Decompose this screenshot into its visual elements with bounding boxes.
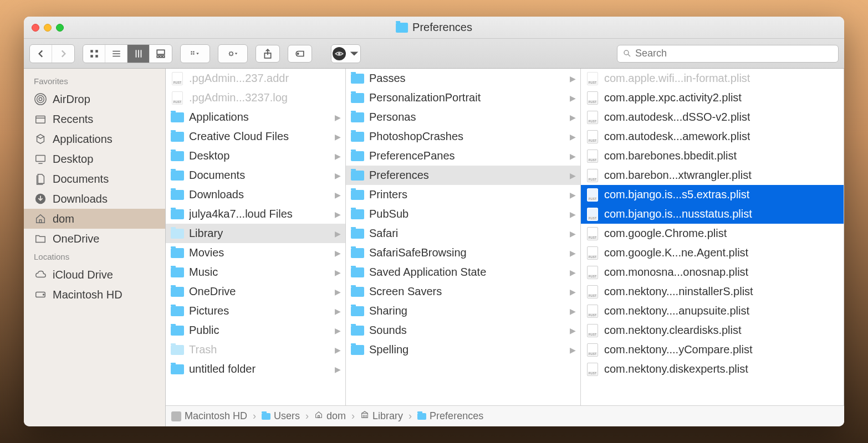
minimize-button[interactable] bbox=[44, 24, 52, 32]
folder-icon bbox=[351, 229, 364, 239]
file-row[interactable]: com.barebones.bbedit.plist bbox=[581, 146, 844, 166]
forward-button[interactable] bbox=[52, 45, 74, 63]
sidebar-item-desktop[interactable]: Desktop bbox=[24, 149, 165, 169]
folder-row[interactable]: Passes▶ bbox=[346, 69, 580, 88]
sidebar-item-onedrive[interactable]: OneDrive bbox=[24, 229, 165, 249]
sidebar-item-airdrop[interactable]: AirDrop bbox=[24, 89, 165, 109]
file-row[interactable]: com.barebon...xtwrangler.plist bbox=[581, 166, 844, 185]
sidebar-item-icloud-drive[interactable]: iCloud Drive bbox=[24, 265, 165, 285]
row-label: Sharing bbox=[369, 305, 407, 317]
breadcrumb-item[interactable]: Macintosh HD bbox=[171, 410, 247, 422]
folder-row[interactable]: Safari▶ bbox=[346, 224, 580, 243]
folder-row[interactable]: Downloads▶ bbox=[166, 185, 345, 204]
chevron-right-icon: ▶ bbox=[570, 268, 576, 277]
folder-row[interactable]: PersonalizationPortrait▶ bbox=[346, 88, 580, 107]
folder-row[interactable]: Sharing▶ bbox=[346, 301, 580, 321]
file-icon bbox=[587, 188, 598, 202]
file-row[interactable]: .pgAdmin...237.addr bbox=[166, 69, 345, 88]
folder-row[interactable]: Personas▶ bbox=[346, 107, 580, 127]
file-row[interactable]: com.monosna...onosnap.plist bbox=[581, 262, 844, 282]
folder-row[interactable]: Applications▶ bbox=[166, 107, 345, 127]
eye-icon bbox=[333, 47, 346, 60]
file-row[interactable]: com.nektony....yCompare.plist bbox=[581, 340, 844, 359]
folder-row[interactable]: Sounds▶ bbox=[346, 321, 580, 340]
folder-row[interactable]: Preferences▶ bbox=[346, 166, 580, 185]
row-label: com.nektony....anupsuite.plist bbox=[604, 305, 749, 317]
folder-row[interactable]: OneDrive▶ bbox=[166, 282, 345, 301]
folder-row[interactable]: Library▶ bbox=[166, 224, 345, 243]
breadcrumb-item[interactable]: Library bbox=[360, 410, 403, 422]
folder-row[interactable]: PreferencePanes▶ bbox=[346, 146, 580, 166]
sidebar-item-applications[interactable]: Applications bbox=[24, 129, 165, 149]
icon-view-button[interactable] bbox=[83, 45, 105, 63]
folder-row[interactable]: Creative Cloud Files▶ bbox=[166, 127, 345, 146]
file-row[interactable]: com.nektony.diskexperts.plist bbox=[581, 359, 844, 379]
search-input[interactable] bbox=[635, 48, 833, 59]
arrange-button[interactable] bbox=[181, 45, 210, 63]
desktop-icon bbox=[34, 152, 47, 166]
file-row[interactable]: com.google.Chrome.plist bbox=[581, 224, 844, 243]
svg-rect-14 bbox=[191, 51, 192, 52]
close-button[interactable] bbox=[32, 24, 39, 32]
toolbar bbox=[24, 39, 844, 69]
file-icon bbox=[587, 285, 598, 298]
file-row[interactable]: com.nektony....ninstallerS.plist bbox=[581, 282, 844, 301]
gallery-view-button[interactable] bbox=[150, 45, 172, 63]
folder-row[interactable]: Trash▶ bbox=[166, 340, 345, 359]
breadcrumb-item[interactable]: Preferences bbox=[417, 410, 483, 422]
row-label: Saved Application State bbox=[369, 266, 486, 279]
folder-row[interactable]: Screen Savers▶ bbox=[346, 282, 580, 301]
chevron-right-icon: ▶ bbox=[570, 152, 576, 161]
folder-row[interactable]: Printers▶ bbox=[346, 185, 580, 204]
folder-row[interactable]: untitled folder▶ bbox=[166, 359, 345, 379]
share-button[interactable] bbox=[256, 45, 280, 63]
breadcrumb-item[interactable]: dom bbox=[314, 410, 346, 422]
folder-row[interactable]: Pictures▶ bbox=[166, 301, 345, 321]
airdrop-icon bbox=[34, 92, 47, 106]
breadcrumb-item[interactable]: Users bbox=[262, 410, 300, 422]
folder-row[interactable]: Public▶ bbox=[166, 321, 345, 340]
folder-row[interactable]: Saved Application State▶ bbox=[346, 262, 580, 282]
search-field[interactable] bbox=[617, 45, 839, 63]
file-row[interactable]: com.apple.wifi...in-format.plist bbox=[581, 69, 844, 88]
folder-row[interactable]: Movies▶ bbox=[166, 243, 345, 262]
list-view-button[interactable] bbox=[105, 45, 127, 63]
folder-row[interactable]: Spelling▶ bbox=[346, 340, 580, 359]
quick-look-button[interactable] bbox=[331, 45, 360, 63]
file-row[interactable]: com.nektony....anupsuite.plist bbox=[581, 301, 844, 321]
sidebar-header: Locations bbox=[24, 249, 165, 265]
file-row[interactable]: com.bjango.is...nusstatus.plist bbox=[581, 204, 844, 224]
folder-icon bbox=[351, 287, 364, 297]
sidebar-item-recents[interactable]: Recents bbox=[24, 109, 165, 129]
zoom-button[interactable] bbox=[56, 24, 64, 32]
folder-row[interactable]: julya4ka7...loud Files▶ bbox=[166, 204, 345, 224]
sidebar-item-documents[interactable]: Documents bbox=[24, 169, 165, 189]
file-row[interactable]: .pgAdmin...3237.log bbox=[166, 88, 345, 107]
file-icon bbox=[587, 130, 598, 143]
nav-buttons bbox=[29, 44, 75, 63]
folder-row[interactable]: PubSub▶ bbox=[346, 204, 580, 224]
sidebar-item-macintosh-hd[interactable]: Macintosh HD bbox=[24, 285, 165, 305]
row-label: PhotoshopCrashes bbox=[369, 130, 463, 143]
folder-row[interactable]: Music▶ bbox=[166, 262, 345, 282]
folder-row[interactable]: Documents▶ bbox=[166, 166, 345, 185]
folder-row[interactable]: Desktop▶ bbox=[166, 146, 345, 166]
sidebar-item-dom[interactable]: dom bbox=[24, 209, 165, 229]
sidebar-item-downloads[interactable]: Downloads bbox=[24, 189, 165, 209]
folder-row[interactable]: PhotoshopCrashes▶ bbox=[346, 127, 580, 146]
file-row[interactable]: com.nektony.cleardisks.plist bbox=[581, 321, 844, 340]
path-bar: Macintosh HD›Users›dom›Library›Preferenc… bbox=[166, 405, 844, 426]
back-button[interactable] bbox=[30, 45, 52, 63]
file-row[interactable]: com.autodesk...dSSO-v2.plist bbox=[581, 107, 844, 127]
column-view-button[interactable] bbox=[127, 45, 150, 63]
svg-point-18 bbox=[229, 52, 233, 55]
action-button[interactable] bbox=[218, 45, 247, 63]
file-row[interactable]: com.apple.xpc.activity2.plist bbox=[581, 88, 844, 107]
chevron-right-icon: ▶ bbox=[335, 268, 341, 277]
file-row[interactable]: com.bjango.is...s5.extras.plist bbox=[581, 185, 844, 204]
tags-button[interactable] bbox=[288, 45, 312, 63]
file-row[interactable]: com.google.K...ne.Agent.plist bbox=[581, 243, 844, 262]
folder-row[interactable]: SafariSafeBrowsing▶ bbox=[346, 243, 580, 262]
file-row[interactable]: com.autodesk...amework.plist bbox=[581, 127, 844, 146]
row-label: Personas bbox=[369, 111, 416, 123]
